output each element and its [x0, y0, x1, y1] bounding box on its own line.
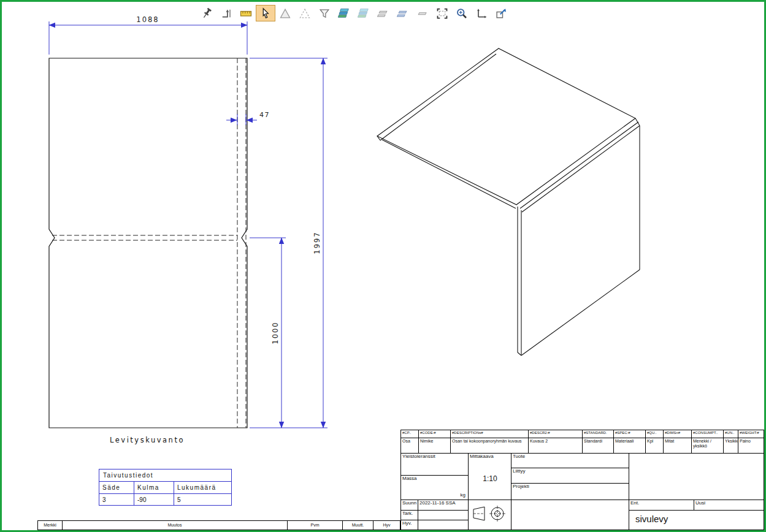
- isometric-view[interactable]: [377, 48, 640, 355]
- tb-code-dims: #DIMSn#: [664, 430, 692, 438]
- tb-suunn-label: Suunn: [401, 500, 418, 511]
- tb-projection-symbol-cell: [469, 500, 511, 531]
- tb-hyv-value: [418, 520, 469, 531]
- measure-tool-button[interactable]: [236, 5, 256, 21]
- tb-tark-label: Tark.: [401, 511, 418, 520]
- thin-sheet-tool-button[interactable]: [413, 5, 432, 21]
- dimension-total-height-text[interactable]: 1997: [313, 231, 321, 254]
- select-tool-button[interactable]: [256, 5, 275, 21]
- dimension-bendzone-text[interactable]: 47: [259, 111, 270, 119]
- rev-merkki: Merkki: [38, 521, 63, 530]
- revision-row[interactable]: Merkki Muutos Pvm Muutt. Hyv: [37, 520, 400, 530]
- tb-code-desc: #DESCRIPTIONs#: [451, 430, 529, 438]
- open-in-window-tool-button[interactable]: [491, 5, 511, 21]
- ruler-icon: [240, 7, 252, 20]
- zoom-window-icon: [436, 7, 448, 20]
- sheets-gray-tool-button[interactable]: [373, 5, 393, 21]
- dimension-lower-height-text[interactable]: 1000: [271, 321, 280, 344]
- tb-label-menekki: Menekki / yksikkö: [692, 438, 724, 454]
- tb-code-qu: #QU..: [646, 430, 664, 438]
- sheets-blue-icon: [397, 7, 409, 20]
- filter-tool-button[interactable]: [315, 5, 334, 21]
- tb-projekti: Projekti: [511, 484, 629, 500]
- magnifier-icon: [456, 7, 468, 20]
- bend-table-row: 3 -90 5: [99, 493, 231, 505]
- tb-mid-empty: [511, 500, 629, 531]
- tb-label-nimike: Nimike: [419, 438, 451, 454]
- rev-muutt: Muutt.: [343, 521, 373, 530]
- rev-pvm: Pvm: [288, 521, 343, 530]
- tb-code-standard: #STANDARD.: [583, 430, 614, 438]
- tb-liittyy: Liittyy: [511, 468, 629, 484]
- tb-scale-value: 1:10: [469, 474, 511, 483]
- rev-hyv: Hyv: [373, 521, 400, 530]
- flat-pattern-label[interactable]: Levityskuvanto: [110, 436, 185, 444]
- tb-mittakaava-label: Mittakaava: [470, 454, 494, 459]
- tb-ent-label: Ent.: [629, 500, 694, 511]
- bend-col-angle: Kulma: [134, 482, 174, 493]
- tb-yleistoleranssit: Yleistoleranssit: [401, 454, 469, 476]
- tb-label-kuvaus: Osan tai kokoonpanoryhmän kuvaus: [451, 438, 529, 454]
- bend-lines[interactable]: [52, 58, 246, 428]
- tb-code-spec: #SPEC:#: [614, 430, 646, 438]
- move-arrows-icon: [475, 7, 488, 20]
- dimension-width-text[interactable]: 1088: [136, 15, 159, 24]
- thin-sheet-icon: [416, 7, 429, 20]
- tb-label-kuvaus2: Kuvaus 2: [529, 438, 583, 454]
- tb-label-mitat: Mitat: [664, 438, 692, 454]
- tb-label-materiaali: Materiaali: [614, 438, 646, 454]
- cursor-icon: [259, 7, 272, 20]
- tb-suunn-value: 2022-11-16 SSA: [418, 500, 469, 511]
- tb-code-desc2: #DESCR2:#: [529, 430, 583, 438]
- layers-stack-icon: [338, 7, 350, 20]
- bend-val-angle: -90: [134, 493, 174, 505]
- bend-data-table[interactable]: Taivutustiedot Säde Kulma Lukumäärä 3 -9…: [99, 469, 232, 506]
- tb-massa-unit: kg: [461, 493, 465, 498]
- main-toolbar: [197, 5, 511, 21]
- bend-col-radius: Säde: [99, 482, 134, 493]
- cad-application-window: 1088 47 1997 1000 Levityskuvanto: [0, 0, 766, 532]
- tb-code-weight: #WEIGHT:#: [738, 430, 765, 438]
- tb-code-cp: #CP..: [401, 430, 419, 438]
- bend-val-radius: 3: [99, 493, 134, 505]
- flat-pattern-outline[interactable]: [49, 58, 247, 428]
- dimension-lines[interactable]: [49, 21, 327, 428]
- rotate-view-icon: [220, 7, 232, 20]
- wire-triangle-tool-button[interactable]: [295, 5, 315, 21]
- tb-code-un: #UN..: [724, 430, 738, 438]
- move-view-tool-button[interactable]: [472, 5, 491, 21]
- sheets-gray-icon: [377, 7, 389, 20]
- pin-tool-button[interactable]: [197, 5, 216, 21]
- open-window-icon: [495, 7, 507, 20]
- bend-val-count: 5: [174, 493, 231, 505]
- tb-label-kpl: Kpl: [646, 438, 664, 454]
- tb-right-empty: [629, 454, 765, 500]
- layers-stack-light-tool-button[interactable]: [354, 5, 373, 21]
- zoom-tool-button[interactable]: [452, 5, 472, 21]
- layers-stack-light-icon: [358, 7, 370, 20]
- tb-code-code: #CODE:#: [419, 430, 451, 438]
- layers-stack-tool-button[interactable]: [334, 5, 354, 21]
- bend-table-title: Taivutustiedot: [99, 469, 231, 482]
- tb-tuote: Tuote: [511, 454, 629, 468]
- tb-massa: Massa kg: [401, 476, 469, 500]
- filter-icon: [318, 7, 331, 20]
- triangle-dashed-icon: [299, 7, 311, 20]
- tb-label-osa: Osa: [401, 438, 419, 454]
- tb-tark-value: [418, 511, 469, 520]
- sheets-blue-tool-button[interactable]: [393, 5, 413, 21]
- title-block[interactable]: #CP.. #CODE:# #DESCRIPTIONs# #DESCR2:# #…: [400, 430, 764, 530]
- tb-code-consumpt: #CONSUMPT..: [692, 430, 724, 438]
- rotate-view-tool-button[interactable]: [216, 5, 236, 21]
- shaded-triangle-tool-button[interactable]: [275, 5, 295, 21]
- tb-label-yksikko: Yksikkö: [724, 438, 738, 454]
- tb-label-paino: Paino: [738, 438, 765, 454]
- zoom-window-tool-button[interactable]: [432, 5, 452, 21]
- first-angle-projection-icon: [470, 501, 510, 529]
- tb-hyv-label: Hyv.: [401, 520, 418, 531]
- rev-muutos: Muutos: [63, 521, 288, 530]
- pin-icon: [201, 7, 213, 20]
- tb-label-standardi: Standardi: [583, 438, 614, 454]
- tb-uusi-label: Uusi: [694, 500, 765, 511]
- bend-col-count: Lukumäärä: [174, 482, 231, 493]
